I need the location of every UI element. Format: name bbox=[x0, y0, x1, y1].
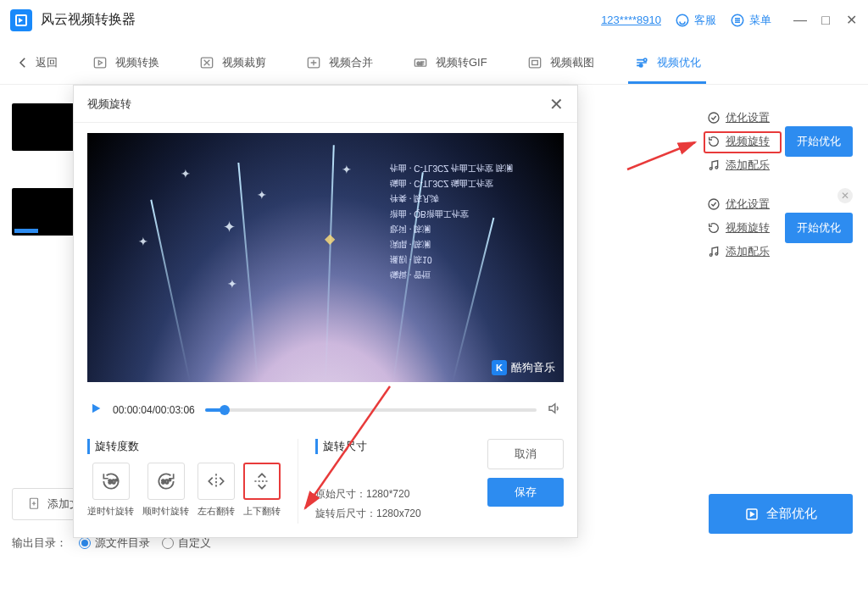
svg-point-16 bbox=[715, 252, 718, 255]
headset-icon bbox=[675, 13, 690, 28]
optimize-icon bbox=[633, 54, 650, 71]
svg-point-12 bbox=[709, 168, 712, 170]
time-display: 00:00:04/00:03:06 bbox=[113, 404, 195, 416]
svg-point-14 bbox=[709, 199, 719, 209]
start-optimize-1[interactable]: 开始优化 bbox=[785, 126, 853, 157]
cancel-button[interactable]: 取消 bbox=[487, 439, 564, 469]
svg-rect-7 bbox=[529, 58, 540, 68]
menu-icon bbox=[730, 13, 745, 28]
convert-icon bbox=[92, 54, 108, 71]
music-icon bbox=[707, 158, 721, 172]
merge-icon bbox=[305, 54, 322, 71]
dialog-title: 视频旋转 bbox=[87, 97, 131, 112]
rotate-size-title: 旋转尺寸 bbox=[315, 439, 421, 454]
save-button[interactable]: 保存 bbox=[487, 478, 564, 507]
optimize-all-button[interactable]: 全部优化 bbox=[709, 494, 853, 534]
rotate-icon bbox=[707, 221, 721, 235]
opt-rotate-1[interactable]: 视频旋转 bbox=[707, 134, 770, 149]
svg-point-15 bbox=[709, 254, 712, 257]
close-button[interactable]: ✕ bbox=[844, 14, 858, 27]
tab-gif[interactable]: GIF视频转GIF bbox=[412, 42, 487, 83]
nav-bar: 返回 视频转换 视频裁剪 视频合并 GIF视频转GIF 视频截图 视频优化 bbox=[0, 41, 868, 85]
rotated-size: 1280x720 bbox=[376, 507, 421, 519]
titlebar: 风云视频转换器 123****8910 客服 菜单 — □ ✕ bbox=[0, 0, 868, 41]
svg-point-13 bbox=[715, 166, 718, 169]
svg-text:90°: 90° bbox=[108, 478, 117, 485]
video-credits: 编辑 · 管恒播剧 · 陈10演唱 · 陈澜歌词 · 陈澜谱曲 · QB谱曲工作… bbox=[390, 160, 513, 282]
tab-crop[interactable]: 视频裁剪 bbox=[198, 42, 266, 83]
output-label: 输出目录： bbox=[12, 535, 67, 551]
rotate-ccw-button[interactable]: 90° bbox=[92, 463, 130, 500]
radio-custom-dir[interactable]: 自定义 bbox=[162, 535, 211, 551]
play-icon bbox=[744, 507, 760, 522]
arrow-left-icon bbox=[15, 55, 31, 70]
opt-optimize-2[interactable]: 优化设置 bbox=[707, 197, 770, 212]
svg-text:GIF: GIF bbox=[417, 60, 424, 65]
screenshot-icon bbox=[526, 54, 543, 71]
tab-convert[interactable]: 视频转换 bbox=[92, 42, 159, 83]
gif-icon: GIF bbox=[412, 54, 429, 71]
minimize-button[interactable]: — bbox=[793, 14, 807, 27]
flip-horizontal-button[interactable] bbox=[198, 463, 235, 500]
support-button[interactable]: 客服 bbox=[675, 13, 716, 28]
app-title: 风云视频转换器 bbox=[41, 11, 136, 29]
watermark: K酷狗音乐 bbox=[492, 360, 555, 375]
rotate-cw-button[interactable]: 90° bbox=[147, 463, 185, 500]
dialog-close-button[interactable]: ✕ bbox=[549, 94, 564, 114]
menu-button[interactable]: 菜单 bbox=[730, 13, 771, 28]
video-thumb-1[interactable] bbox=[12, 103, 76, 151]
account-link[interactable]: 123****8910 bbox=[601, 14, 661, 26]
video-preview: ✦ ✦ ✦ ✦ ✦ ✦ ◆ 编辑 · 管恒播剧 · 陈10演唱 · 陈澜歌词 ·… bbox=[87, 133, 564, 382]
music-icon bbox=[707, 245, 721, 258]
rotate-degree-title: 旋转度数 bbox=[87, 439, 281, 454]
maximize-button[interactable]: □ bbox=[819, 14, 832, 27]
check-icon bbox=[707, 111, 721, 125]
file-add-icon bbox=[26, 496, 42, 512]
volume-button[interactable] bbox=[547, 401, 562, 419]
play-button[interactable] bbox=[89, 402, 103, 418]
opt-rotate-2[interactable]: 视频旋转 bbox=[707, 220, 770, 236]
svg-rect-8 bbox=[531, 60, 537, 64]
check-icon bbox=[707, 197, 721, 211]
rotate-icon bbox=[707, 135, 721, 148]
svg-rect-2 bbox=[94, 58, 105, 68]
radio-source-dir[interactable]: 源文件目录 bbox=[79, 535, 150, 551]
tab-merge[interactable]: 视频合并 bbox=[305, 42, 373, 83]
tab-optimize[interactable]: 视频优化 bbox=[633, 42, 701, 83]
opt-music-2[interactable]: 添加配乐 bbox=[707, 244, 770, 259]
opt-optimize-1[interactable]: 优化设置 bbox=[707, 110, 770, 125]
back-button[interactable]: 返回 bbox=[15, 55, 58, 70]
tab-screenshot[interactable]: 视频截图 bbox=[526, 42, 594, 83]
svg-text:90°: 90° bbox=[161, 478, 170, 485]
start-optimize-2[interactable]: 开始优化 bbox=[785, 213, 853, 243]
video-thumb-2[interactable] bbox=[12, 188, 76, 236]
svg-point-9 bbox=[643, 58, 646, 61]
rotate-dialog: 视频旋转 ✕ ✦ ✦ ✦ ✦ ✦ ✦ ◆ 编辑 · 管恒播剧 · 陈10演唱 ·… bbox=[73, 85, 578, 538]
crop-icon bbox=[198, 54, 215, 71]
app-logo bbox=[10, 9, 32, 31]
flip-vertical-button[interactable] bbox=[243, 463, 281, 500]
opt-music-1[interactable]: 添加配乐 bbox=[707, 158, 770, 173]
original-size: 1280*720 bbox=[366, 488, 409, 500]
progress-slider[interactable] bbox=[205, 408, 537, 412]
svg-point-11 bbox=[709, 113, 719, 123]
